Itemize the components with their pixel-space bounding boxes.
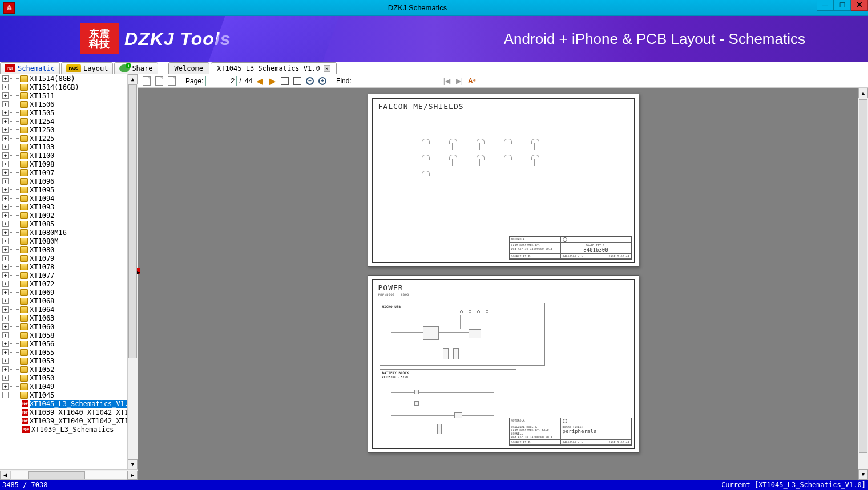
expand-icon[interactable]	[2, 238, 9, 244]
tree-folder-item[interactable]: XT1514(16GB)	[0, 83, 127, 91]
tree-folder-item[interactable]: XT1050	[0, 374, 127, 382]
tree-folder-item[interactable]: XT1078	[0, 262, 127, 271]
tree-folder-item[interactable]: XT1092	[0, 211, 127, 220]
expand-icon[interactable]	[2, 204, 9, 210]
scroll-right-arrow-icon[interactable]: ▶	[127, 471, 138, 480]
expand-icon[interactable]	[2, 127, 9, 133]
tree-folder-item[interactable]: XT1511	[0, 91, 127, 100]
tree-horizontal-scrollbar[interactable]: ◀ ▶	[0, 469, 138, 480]
collapse-icon[interactable]	[2, 392, 9, 398]
tree-folder-item[interactable]: XT1505	[0, 108, 127, 117]
tree-folder-item[interactable]: XT1077	[0, 271, 127, 280]
expand-icon[interactable]	[2, 101, 9, 107]
tree-folder-item[interactable]: XT1103	[0, 143, 127, 151]
tree-file-item[interactable]: PDFXT1039_XT1040_XT1042_XT1045_I	[0, 416, 127, 425]
tree-folder-item[interactable]: XT1097	[0, 168, 127, 177]
expand-icon[interactable]	[2, 92, 9, 99]
maximize-button[interactable]: □	[834, 0, 851, 11]
scroll-down-arrow-icon[interactable]: ▼	[858, 469, 868, 480]
fit-width-button[interactable]	[280, 76, 290, 86]
scroll-left-arrow-icon[interactable]: ◀	[0, 471, 10, 480]
tree-folder-item[interactable]: XT1098	[0, 160, 127, 168]
expand-icon[interactable]	[2, 144, 9, 150]
doc-tab-welcome[interactable]: Welcome	[168, 62, 210, 74]
tree-folder-item[interactable]: XT1514(8GB)	[0, 74, 127, 83]
viewer-vertical-scrollbar[interactable]: ▲ ▼	[858, 88, 868, 480]
expand-icon[interactable]	[2, 169, 9, 176]
tree-folder-item[interactable]: XT1100	[0, 151, 127, 160]
expand-icon[interactable]	[2, 212, 9, 218]
expand-icon[interactable]	[2, 84, 9, 90]
tree-folder-item[interactable]: XT1069	[0, 288, 127, 297]
tree-hscroll-thumb[interactable]	[28, 471, 85, 479]
expand-icon[interactable]	[2, 264, 9, 270]
expand-icon[interactable]	[2, 332, 9, 338]
tree-folder-item[interactable]: XT1049	[0, 382, 127, 391]
doc-tab-active[interactable]: XT1045_L3_Schematics_V1.0 ×	[211, 62, 337, 74]
expand-icon[interactable]	[2, 229, 9, 236]
tree-folder-item[interactable]: XT1080M	[0, 237, 127, 245]
expand-icon[interactable]	[2, 366, 9, 372]
scroll-up-arrow-icon[interactable]: ▲	[128, 74, 138, 84]
zoom-in-button[interactable]: +	[317, 76, 328, 86]
tree-folder-item[interactable]: XT1085	[0, 220, 127, 228]
expand-icon[interactable]	[2, 323, 9, 330]
single-page-button[interactable]	[142, 76, 152, 86]
find-prev-button[interactable]: |◀	[442, 76, 452, 86]
tree-folder-item[interactable]: XT1064	[0, 305, 127, 314]
expand-icon[interactable]	[2, 152, 9, 159]
tree-folder-item[interactable]: XT1055	[0, 348, 127, 357]
expand-icon[interactable]	[2, 195, 9, 201]
expand-icon[interactable]	[2, 383, 9, 390]
expand-icon[interactable]	[2, 110, 9, 116]
expand-icon[interactable]	[2, 306, 9, 313]
model-tree[interactable]: XT1514(8GB)XT1514(16GB)XT1511XT1506XT150…	[0, 74, 127, 469]
splitter-handle[interactable]: ▸	[137, 268, 140, 274]
page-number-input[interactable]	[205, 76, 237, 86]
scroll-down-arrow-icon[interactable]: ▼	[128, 459, 138, 469]
tree-folder-item[interactable]: XT1045	[0, 391, 127, 399]
expand-icon[interactable]	[2, 178, 9, 184]
tree-folder-item[interactable]: XT1052	[0, 365, 127, 374]
tree-folder-item[interactable]: XT1080M16	[0, 228, 127, 237]
expand-icon[interactable]	[2, 289, 9, 295]
tree-folder-item[interactable]: XT1080	[0, 245, 127, 254]
tree-folder-item[interactable]: XT1096	[0, 177, 127, 185]
tree-folder-item[interactable]: XT1063	[0, 314, 127, 322]
tree-file-item[interactable]: PDFXT1039_L3_Schematics	[0, 425, 127, 434]
tree-folder-item[interactable]: XT1053	[0, 357, 127, 365]
expand-icon[interactable]	[2, 255, 9, 261]
expand-icon[interactable]	[2, 272, 9, 278]
minimize-button[interactable]: ─	[817, 0, 834, 11]
expand-icon[interactable]	[2, 246, 9, 253]
tree-folder-item[interactable]: XT1225	[0, 134, 127, 143]
tree-file-item[interactable]: PDFXT1045_L3_Schematics_V1.0	[0, 399, 127, 408]
expand-icon[interactable]	[2, 341, 9, 347]
prev-page-button[interactable]: ◀	[255, 76, 265, 86]
tree-scroll-thumb[interactable]	[128, 84, 137, 358]
tree-folder-item[interactable]: XT1079	[0, 254, 127, 262]
tree-folder-item[interactable]: XT1094	[0, 194, 127, 203]
doc-tab-close-icon[interactable]: ×	[324, 65, 330, 72]
tree-vertical-scrollbar[interactable]: ▲ ▼	[127, 74, 138, 469]
tab-schematic[interactable]: PDF Schematic	[0, 62, 60, 74]
expand-icon[interactable]	[2, 358, 9, 364]
zoom-out-button[interactable]: −	[305, 76, 315, 86]
tree-folder-item[interactable]: XT1506	[0, 100, 127, 108]
expand-icon[interactable]	[2, 161, 9, 167]
tree-folder-item[interactable]: XT1093	[0, 203, 127, 211]
match-case-button[interactable]: Aᵃ	[467, 76, 477, 86]
tree-file-item[interactable]: PDFXT1039_XT1040_XT1042_XT1045_I	[0, 408, 127, 416]
tree-folder-item[interactable]: XT1250	[0, 125, 127, 134]
expand-icon[interactable]	[2, 315, 9, 321]
next-page-button[interactable]: ▶	[267, 76, 277, 86]
expand-icon[interactable]	[2, 187, 9, 193]
find-next-button[interactable]: ▶|	[454, 76, 465, 86]
tree-folder-item[interactable]: XT1060	[0, 322, 127, 331]
pdf-viewer[interactable]: FALCON ME/SHIELDS MOTOROLA LA	[138, 88, 868, 480]
tree-folder-item[interactable]: XT1068	[0, 297, 127, 305]
tab-share[interactable]: Share	[114, 62, 158, 74]
find-input[interactable]	[354, 76, 439, 86]
expand-icon[interactable]	[2, 221, 9, 227]
expand-icon[interactable]	[2, 375, 9, 381]
